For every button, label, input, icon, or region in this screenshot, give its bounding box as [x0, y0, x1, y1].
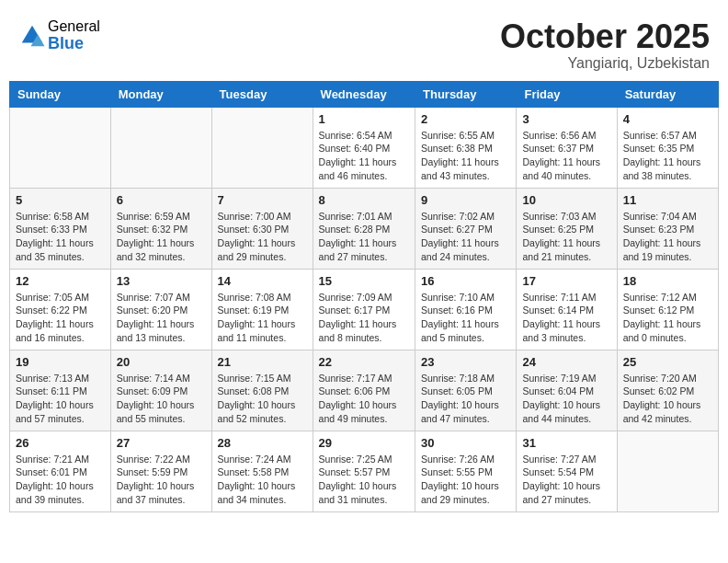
header-saturday: Saturday — [617, 81, 718, 107]
day-info: Sunrise: 7:00 AM Sunset: 6:30 PM Dayligh… — [218, 210, 307, 264]
week-row-4: 19Sunrise: 7:13 AM Sunset: 6:11 PM Dayli… — [10, 350, 719, 431]
day-info: Sunrise: 7:04 AM Sunset: 6:23 PM Dayligh… — [623, 210, 712, 264]
day-info: Sunrise: 7:17 AM Sunset: 6:06 PM Dayligh… — [319, 372, 409, 426]
day-number: 27 — [117, 436, 206, 450]
calendar-cell: 24Sunrise: 7:19 AM Sunset: 6:04 PM Dayli… — [517, 350, 617, 431]
day-number: 7 — [218, 193, 307, 207]
calendar-cell: 16Sunrise: 7:10 AM Sunset: 6:16 PM Dayli… — [415, 269, 517, 350]
day-info: Sunrise: 7:19 AM Sunset: 6:04 PM Dayligh… — [522, 372, 610, 426]
day-info: Sunrise: 7:09 AM Sunset: 6:17 PM Dayligh… — [319, 291, 409, 345]
calendar-cell: 14Sunrise: 7:08 AM Sunset: 6:19 PM Dayli… — [211, 269, 313, 350]
day-info: Sunrise: 7:26 AM Sunset: 5:55 PM Dayligh… — [421, 453, 510, 507]
calendar-cell — [617, 431, 718, 511]
header-monday: Monday — [110, 81, 211, 107]
calendar-cell: 1Sunrise: 6:54 AM Sunset: 6:40 PM Daylig… — [313, 107, 415, 188]
calendar: SundayMondayTuesdayWednesdayThursdayFrid… — [9, 81, 719, 512]
day-number: 4 — [623, 112, 712, 126]
day-info: Sunrise: 7:02 AM Sunset: 6:27 PM Dayligh… — [421, 210, 510, 264]
day-number: 9 — [421, 193, 510, 207]
calendar-cell — [211, 107, 313, 188]
day-info: Sunrise: 7:25 AM Sunset: 5:57 PM Dayligh… — [319, 453, 409, 507]
calendar-cell — [10, 107, 111, 188]
title-section: October 2025 Yangiariq, Uzbekistan — [500, 18, 710, 72]
calendar-cell: 22Sunrise: 7:17 AM Sunset: 6:06 PM Dayli… — [313, 350, 415, 431]
calendar-cell: 9Sunrise: 7:02 AM Sunset: 6:27 PM Daylig… — [415, 188, 517, 269]
day-number: 26 — [16, 436, 105, 450]
day-number: 2 — [421, 112, 510, 126]
calendar-cell: 2Sunrise: 6:55 AM Sunset: 6:38 PM Daylig… — [415, 107, 517, 188]
location: Yangiariq, Uzbekistan — [500, 55, 710, 72]
calendar-cell: 23Sunrise: 7:18 AM Sunset: 6:05 PM Dayli… — [415, 350, 517, 431]
day-number: 12 — [16, 274, 105, 288]
day-info: Sunrise: 7:22 AM Sunset: 5:59 PM Dayligh… — [117, 453, 206, 507]
calendar-cell: 13Sunrise: 7:07 AM Sunset: 6:20 PM Dayli… — [110, 269, 211, 350]
day-number: 5 — [16, 193, 105, 207]
page-header: General Blue October 2025 Yangiariq, Uzb… — [9, 9, 719, 76]
calendar-cell: 25Sunrise: 7:20 AM Sunset: 6:02 PM Dayli… — [617, 350, 718, 431]
day-number: 3 — [522, 112, 610, 126]
logo-blue: Blue — [48, 35, 100, 53]
calendar-cell: 3Sunrise: 6:56 AM Sunset: 6:37 PM Daylig… — [517, 107, 617, 188]
day-number: 31 — [522, 436, 610, 450]
day-number: 29 — [319, 436, 409, 450]
calendar-cell: 20Sunrise: 7:14 AM Sunset: 6:09 PM Dayli… — [110, 350, 211, 431]
header-thursday: Thursday — [415, 81, 517, 107]
calendar-cell: 17Sunrise: 7:11 AM Sunset: 6:14 PM Dayli… — [517, 269, 617, 350]
calendar-cell: 12Sunrise: 7:05 AM Sunset: 6:22 PM Dayli… — [10, 269, 111, 350]
weekday-header-row: SundayMondayTuesdayWednesdayThursdayFrid… — [10, 81, 719, 107]
calendar-cell: 19Sunrise: 7:13 AM Sunset: 6:11 PM Dayli… — [10, 350, 111, 431]
day-info: Sunrise: 7:12 AM Sunset: 6:12 PM Dayligh… — [623, 291, 712, 345]
header-tuesday: Tuesday — [211, 81, 313, 107]
calendar-cell: 30Sunrise: 7:26 AM Sunset: 5:55 PM Dayli… — [415, 431, 517, 511]
header-friday: Friday — [517, 81, 617, 107]
calendar-cell: 10Sunrise: 7:03 AM Sunset: 6:25 PM Dayli… — [517, 188, 617, 269]
week-row-5: 26Sunrise: 7:21 AM Sunset: 6:01 PM Dayli… — [10, 431, 719, 511]
day-info: Sunrise: 7:21 AM Sunset: 6:01 PM Dayligh… — [16, 453, 105, 507]
logo-general: General — [48, 18, 100, 35]
calendar-cell: 8Sunrise: 7:01 AM Sunset: 6:28 PM Daylig… — [313, 188, 415, 269]
day-info: Sunrise: 7:08 AM Sunset: 6:19 PM Dayligh… — [218, 291, 307, 345]
calendar-cell: 29Sunrise: 7:25 AM Sunset: 5:57 PM Dayli… — [313, 431, 415, 511]
week-row-2: 5Sunrise: 6:58 AM Sunset: 6:33 PM Daylig… — [10, 188, 719, 269]
day-number: 16 — [421, 274, 510, 288]
day-info: Sunrise: 6:59 AM Sunset: 6:32 PM Dayligh… — [117, 210, 206, 264]
logo: General Blue — [18, 18, 100, 52]
day-number: 10 — [522, 193, 610, 207]
calendar-cell: 4Sunrise: 6:57 AM Sunset: 6:35 PM Daylig… — [617, 107, 718, 188]
logo-text: General Blue — [48, 18, 100, 52]
day-number: 6 — [117, 193, 206, 207]
day-info: Sunrise: 6:57 AM Sunset: 6:35 PM Dayligh… — [623, 129, 712, 183]
logo-icon — [18, 22, 46, 50]
calendar-cell: 15Sunrise: 7:09 AM Sunset: 6:17 PM Dayli… — [313, 269, 415, 350]
calendar-cell: 11Sunrise: 7:04 AM Sunset: 6:23 PM Dayli… — [617, 188, 718, 269]
day-info: Sunrise: 7:01 AM Sunset: 6:28 PM Dayligh… — [319, 210, 409, 264]
day-info: Sunrise: 6:55 AM Sunset: 6:38 PM Dayligh… — [421, 129, 510, 183]
week-row-1: 1Sunrise: 6:54 AM Sunset: 6:40 PM Daylig… — [10, 107, 719, 188]
day-number: 18 — [623, 274, 712, 288]
day-info: Sunrise: 7:03 AM Sunset: 6:25 PM Dayligh… — [522, 210, 610, 264]
day-info: Sunrise: 6:56 AM Sunset: 6:37 PM Dayligh… — [522, 129, 610, 183]
calendar-cell: 26Sunrise: 7:21 AM Sunset: 6:01 PM Dayli… — [10, 431, 111, 511]
day-number: 13 — [117, 274, 206, 288]
day-info: Sunrise: 7:15 AM Sunset: 6:08 PM Dayligh… — [218, 372, 307, 426]
day-number: 24 — [522, 355, 610, 369]
day-info: Sunrise: 7:14 AM Sunset: 6:09 PM Dayligh… — [117, 372, 206, 426]
calendar-cell — [110, 107, 211, 188]
day-info: Sunrise: 6:54 AM Sunset: 6:40 PM Dayligh… — [319, 129, 409, 183]
calendar-cell: 5Sunrise: 6:58 AM Sunset: 6:33 PM Daylig… — [10, 188, 111, 269]
day-number: 20 — [117, 355, 206, 369]
day-number: 23 — [421, 355, 510, 369]
day-info: Sunrise: 7:05 AM Sunset: 6:22 PM Dayligh… — [16, 291, 105, 345]
day-number: 21 — [218, 355, 307, 369]
day-number: 14 — [218, 274, 307, 288]
day-number: 19 — [16, 355, 105, 369]
day-info: Sunrise: 7:27 AM Sunset: 5:54 PM Dayligh… — [522, 453, 610, 507]
calendar-cell: 21Sunrise: 7:15 AM Sunset: 6:08 PM Dayli… — [211, 350, 313, 431]
day-number: 1 — [319, 112, 409, 126]
day-info: Sunrise: 7:11 AM Sunset: 6:14 PM Dayligh… — [522, 291, 610, 345]
day-info: Sunrise: 7:18 AM Sunset: 6:05 PM Dayligh… — [421, 372, 510, 426]
day-number: 22 — [319, 355, 409, 369]
day-number: 8 — [319, 193, 409, 207]
day-info: Sunrise: 6:58 AM Sunset: 6:33 PM Dayligh… — [16, 210, 105, 264]
week-row-3: 12Sunrise: 7:05 AM Sunset: 6:22 PM Dayli… — [10, 269, 719, 350]
